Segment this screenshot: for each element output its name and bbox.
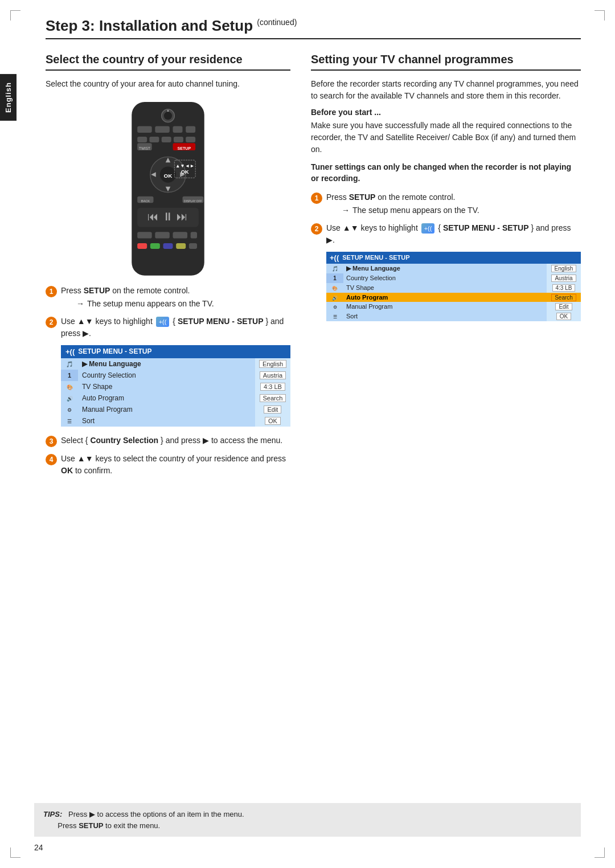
table-row: ☰ Sort OK [61, 415, 290, 427]
left-setup-menu-title-text: SETUP MENU - SETUP [78, 347, 151, 355]
left-section-body: Select the country of your area for auto… [46, 78, 290, 90]
menu-icon-cell: 🎨 [61, 381, 78, 392]
menu-name-cell: Auto Program [343, 293, 547, 302]
svg-rect-4 [137, 126, 151, 133]
left-step-1-text: Press SETUP on the remote control. → The… [61, 285, 290, 310]
svg-text:TWIST: TWIST [139, 146, 150, 150]
svg-rect-10 [162, 137, 171, 142]
menu-name-cell: Manual Program [343, 302, 547, 312]
menu-name-cell: Manual Program [78, 404, 255, 415]
menu-icon-cell: ☰ [326, 312, 343, 321]
table-row: 🎨 TV Shape 4:3 LB [326, 283, 581, 293]
left-step-1: 1 Press SETUP on the remote control. → T… [46, 285, 290, 310]
page-title-text: Step 3: Installation and Setup [46, 17, 253, 34]
left-step-4-text: Use ▲▼ keys to select the country of you… [61, 453, 290, 477]
right-sub-body: Make sure you have successfully made all… [311, 120, 581, 155]
menu-val-cell: Search [547, 293, 581, 302]
menu-name-cell: ▶ Menu Language [343, 264, 547, 273]
menu-val-cell: English [255, 358, 290, 370]
menu-icon-cell: 🔊 [61, 392, 78, 404]
svg-rect-12 [186, 137, 195, 142]
right-setup-menu-title: +(( SETUP MENU - SETUP [326, 252, 581, 264]
remote-illustration-wrap: SETUP TWIST OK ▲▼◄► OK [46, 98, 290, 276]
corner-mark-br [594, 847, 605, 858]
corner-mark-tl [10, 10, 20, 21]
left-step-2: 2 Use ▲▼ keys to highlight +(( { SETUP M… [46, 316, 290, 339]
right-setup-menu-title-text: SETUP MENU - SETUP [342, 254, 409, 261]
menu-icon-cell: 1 [326, 273, 343, 283]
tips-line2-suffix: to exit the menu. [103, 821, 160, 830]
menu-name-cell: TV Shape [78, 381, 255, 392]
menu-val-cell: OK [255, 415, 290, 427]
right-column: Setting your TV channel programmes Befor… [311, 52, 581, 329]
menu-icon-cell: 🔊 [326, 293, 343, 302]
menu-icon-cell: ⚙ [61, 404, 78, 415]
left-setup-menu-title: +(( SETUP MENU - SETUP [61, 345, 290, 358]
svg-text:▲▼◄►: ▲▼◄► [175, 163, 195, 169]
left-step-3-text: Select { Country Selection } and press ▶… [61, 435, 290, 447]
right-setup-menu-table: 🎵 ▶ Menu Language English 1 Country Sele… [326, 264, 581, 321]
menu-val-cell: 4:3 LB [255, 381, 290, 392]
menu-name-cell: Country Selection [78, 370, 255, 381]
table-row: 🎨 TV Shape 4:3 LB [61, 381, 290, 392]
menu-icon-cell: ⚙ [326, 302, 343, 312]
page-number: 24 [34, 843, 43, 852]
table-row: ⚙ Manual Program Edit [326, 302, 581, 312]
tips-setup-bold: SETUP [79, 821, 103, 830]
svg-rect-38 [150, 243, 160, 249]
table-row: 1 Country Selection Austria [326, 273, 581, 283]
menu-name-cell: Sort [343, 312, 547, 321]
svg-rect-11 [174, 137, 183, 142]
menu-val-cell: Edit [255, 404, 290, 415]
svg-rect-33 [137, 232, 151, 238]
right-step-2-num: 2 [311, 223, 322, 235]
menu-name-cell: ▶ Menu Language [78, 358, 255, 370]
left-setup-menu-table: 🎵 ▶ Menu Language English 1 Country Sele… [61, 358, 290, 427]
page-title-continued: (continued) [257, 18, 297, 27]
menu-name-cell: Auto Program [78, 392, 255, 404]
tips-line1: Press ▶ to access the options of an item… [68, 810, 244, 818]
svg-rect-7 [186, 126, 195, 133]
svg-rect-36 [191, 232, 197, 238]
remote-svg: SETUP TWIST OK ▲▼◄► OK [120, 98, 216, 276]
right-step-1-text: Press SETUP on the remote control. → The… [326, 191, 581, 216]
svg-rect-34 [155, 232, 169, 238]
svg-rect-39 [163, 243, 173, 249]
left-step-3: 3 Select { Country Selection } and press… [46, 435, 290, 447]
menu-val-cell: English [547, 264, 581, 273]
left-step-2-num: 2 [46, 317, 57, 328]
svg-text:DISPLAY OFF: DISPLAY OFF [184, 200, 202, 203]
svg-rect-9 [149, 137, 159, 142]
two-column-layout: Select the country of your residence Sel… [46, 52, 581, 482]
table-row: ☰ Sort OK [326, 312, 581, 321]
menu-icon-cell: 🎵 [61, 358, 78, 370]
menu-val-cell: Austria [547, 273, 581, 283]
table-row: 1 Country Selection Austria [61, 370, 290, 381]
right-setup-menu: +(( SETUP MENU - SETUP 🎵 ▶ Menu Language… [326, 252, 581, 321]
menu-icon-cell: 1 [61, 370, 78, 381]
left-setup-menu-icon: +(( [65, 347, 75, 356]
svg-rect-6 [173, 126, 182, 133]
corner-mark-tr [594, 10, 605, 21]
left-step-3-num: 3 [46, 436, 57, 447]
tips-bar: TIPS: Press ▶ to access the options of a… [34, 803, 581, 837]
svg-text:OK: OK [164, 173, 173, 179]
page-title: Step 3: Installation and Setup (continue… [46, 17, 581, 39]
right-setup-menu-icon: +(( [330, 253, 339, 262]
left-step-1-num: 1 [46, 286, 57, 297]
corner-mark-bl [10, 847, 20, 858]
menu-val-cell: OK [547, 312, 581, 321]
svg-rect-5 [155, 126, 169, 133]
right-section-body: Before the recorder starts recording any… [311, 78, 581, 102]
table-row: 🎵 ▶ Menu Language English [326, 264, 581, 273]
menu-icon-cell: 🎨 [326, 283, 343, 293]
menu-val-cell: Search [255, 392, 290, 404]
svg-text:BACK: BACK [141, 199, 150, 203]
svg-rect-37 [137, 243, 147, 249]
menu-name-cell: Country Selection [343, 273, 547, 283]
menu-name-cell: Sort [78, 415, 255, 427]
table-row: ⚙ Manual Program Edit [61, 404, 290, 415]
left-step-4-num: 4 [46, 454, 57, 465]
left-column: Select the country of your residence Sel… [46, 52, 290, 482]
left-section-heading: Select the country of your residence [46, 52, 290, 71]
